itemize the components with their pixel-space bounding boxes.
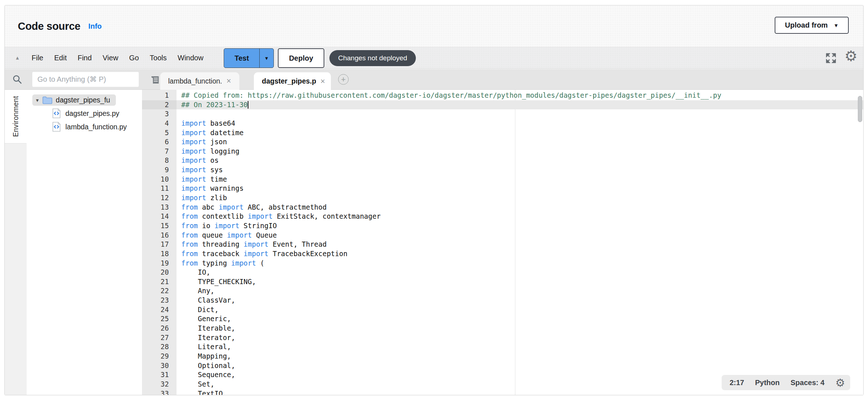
code-line[interactable]: from traceback import TracebackException	[177, 249, 863, 259]
file-name: dagster_pipes.py	[65, 109, 119, 118]
upload-from-label: Upload from	[785, 21, 828, 29]
line-number: 3	[142, 109, 177, 119]
deploy-button[interactable]: Deploy	[278, 48, 324, 68]
code-line[interactable]: import sys	[177, 165, 863, 175]
code-line[interactable]: from threading import Event, Thread	[177, 240, 863, 249]
tree-file-dagster-pipes[interactable]: dagster_pipes.py	[27, 108, 136, 119]
menu-edit[interactable]: Edit	[54, 54, 66, 62]
tab-label: dagster_pipes.py	[262, 77, 316, 85]
code-line[interactable]	[177, 109, 863, 119]
line-number: 1	[142, 91, 177, 100]
tree-folder-row[interactable]: ▾ dagster_pipes_funct	[32, 94, 116, 106]
tab-lambda-function[interactable]: lambda_function. ×	[160, 72, 239, 90]
line-number: 30	[142, 361, 177, 371]
code-line[interactable]: import time	[177, 175, 863, 184]
line-number: 6	[142, 137, 177, 147]
line-number: 10	[142, 175, 177, 184]
cursor-position[interactable]: 2:17	[730, 379, 744, 387]
environment-tab[interactable]: Environment	[5, 90, 27, 144]
environment-label: Environment	[12, 96, 20, 137]
line-number: 13	[142, 203, 177, 212]
panel-header: Code source Info Upload from ▼	[5, 5, 863, 47]
code-line[interactable]: Any,	[177, 286, 863, 296]
test-button[interactable]: Test	[224, 49, 260, 68]
menu-find[interactable]: Find	[78, 54, 92, 62]
close-icon[interactable]: ×	[320, 77, 325, 85]
editor-settings-gear-icon[interactable]: ⚙	[844, 48, 857, 64]
code-line[interactable]: ClassVar,	[177, 296, 863, 305]
folder-expand-caret-icon[interactable]: ▾	[36, 97, 39, 104]
editor-menubar: ▲ File Edit Find View Go Tools Window Te…	[5, 47, 863, 69]
code-editor[interactable]: 1234567891011121314151617181920212223242…	[142, 90, 863, 395]
code-line[interactable]: import datetime	[177, 128, 863, 138]
folder-icon	[42, 96, 53, 105]
code-line[interactable]: Dict,	[177, 305, 863, 315]
code-line[interactable]: Iterator,	[177, 333, 863, 343]
line-number: 25	[142, 314, 177, 324]
lambda-code-editor-page: Code source Info Upload from ▼ ▲ File Ed…	[0, 0, 868, 396]
code-line[interactable]: import json	[177, 137, 863, 147]
spaces-setting[interactable]: Spaces: 4	[791, 379, 824, 387]
code-line[interactable]: Optional,	[177, 361, 863, 371]
go-to-anything-input[interactable]	[32, 72, 139, 87]
upload-from-button[interactable]: Upload from ▼	[775, 17, 849, 34]
menu-view[interactable]: View	[103, 54, 118, 62]
code-line[interactable]: import logging	[177, 147, 863, 156]
menu-tools[interactable]: Tools	[150, 54, 167, 62]
line-number: 14	[142, 212, 177, 221]
collapse-panel-icon[interactable]: ▲	[15, 55, 20, 61]
close-icon[interactable]: ×	[227, 77, 231, 85]
tab-and-search-row: lambda_function. × dagster_pipes.py × +	[5, 69, 863, 90]
file-tree: ▾ dagster_pipes_funct ⚙ ▾	[27, 90, 142, 395]
code-line[interactable]: Iterable,	[177, 324, 863, 333]
vertical-scrollbar-thumb[interactable]	[858, 96, 862, 122]
code-line[interactable]: import base64	[177, 119, 863, 128]
menu-go[interactable]: Go	[129, 54, 139, 62]
code-line[interactable]: TYPE_CHECKING,	[177, 277, 863, 287]
menu-file[interactable]: File	[32, 54, 43, 62]
code-line[interactable]: from typing import (	[177, 259, 863, 268]
test-split-button: Test ▼	[224, 48, 274, 68]
line-number: 4	[142, 119, 177, 128]
line-number: 21	[142, 277, 177, 287]
line-number: 27	[142, 333, 177, 343]
code-line[interactable]: ## On 2023-11-30	[177, 100, 863, 110]
test-dropdown-button[interactable]: ▼	[260, 49, 273, 68]
editor-status-bar: 2:17 Python Spaces: 4 ⚙	[722, 375, 850, 390]
code-lines: ## Copied from: https://raw.githubuserco…	[177, 91, 863, 395]
code-source-panel: Code source Info Upload from ▼ ▲ File Ed…	[4, 5, 864, 395]
line-number: 18	[142, 249, 177, 259]
menu-window[interactable]: Window	[178, 54, 203, 62]
code-line[interactable]: from queue import Queue	[177, 231, 863, 240]
line-number: 20	[142, 268, 177, 277]
code-line[interactable]: Mapping,	[177, 352, 863, 361]
line-number: 17	[142, 240, 177, 249]
code-line[interactable]: from io import StringIO	[177, 221, 863, 231]
line-number: 9	[142, 165, 177, 175]
code-line[interactable]: from contextlib import ExitStack, contex…	[177, 212, 863, 221]
open-files-list-icon[interactable]	[150, 74, 161, 85]
folder-name: dagster_pipes_funct	[56, 96, 110, 104]
new-tab-plus-icon[interactable]: +	[338, 74, 349, 85]
code-line[interactable]: import zlib	[177, 193, 863, 203]
line-number: 5	[142, 128, 177, 138]
code-line[interactable]: import warnings	[177, 184, 863, 193]
main-content: Environment ▾ dagster_pipes_funct ⚙ ▾	[5, 90, 863, 395]
line-number: 33	[142, 389, 177, 395]
code-line[interactable]: ## Copied from: https://raw.githubuserco…	[177, 91, 863, 100]
tab-dagster-pipes[interactable]: dagster_pipes.py ×	[254, 72, 331, 90]
tree-file-lambda-function[interactable]: lambda_function.py	[27, 121, 136, 133]
status-settings-gear-icon[interactable]: ⚙	[835, 376, 845, 389]
info-link[interactable]: Info	[88, 22, 102, 31]
text-cursor	[248, 101, 248, 109]
code-line[interactable]: import os	[177, 156, 863, 165]
code-line[interactable]: from abc import ABC, abstractmethod	[177, 203, 863, 212]
code-line[interactable]: IO,	[177, 268, 863, 277]
code-line[interactable]: Generic,	[177, 314, 863, 324]
changes-not-deployed-badge: Changes not deployed	[329, 50, 416, 66]
fullscreen-icon[interactable]	[826, 53, 836, 64]
language-mode[interactable]: Python	[755, 379, 780, 387]
code-line[interactable]: Literal,	[177, 342, 863, 352]
line-number: 31	[142, 370, 177, 380]
gutter: 1234567891011121314151617181920212223242…	[142, 90, 177, 395]
